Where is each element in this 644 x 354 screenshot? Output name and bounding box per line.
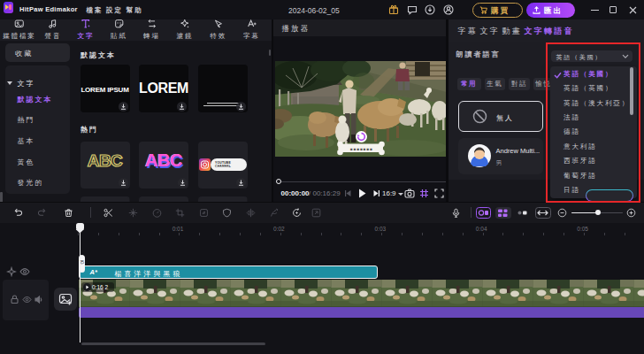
svg-text:■■■■■■■: ■■■■■■■ [349, 147, 372, 151]
